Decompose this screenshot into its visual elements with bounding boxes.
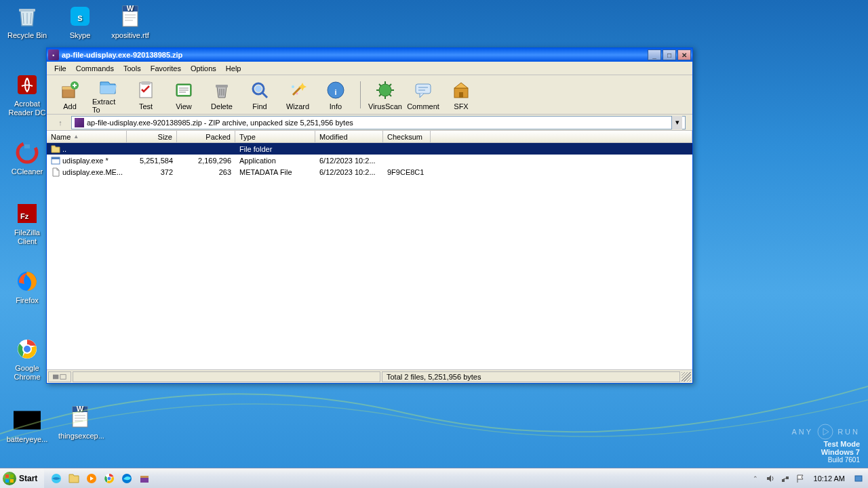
- virusscan-button[interactable]: VirusScan: [369, 77, 401, 113]
- up-button[interactable]: ↑: [54, 116, 67, 129]
- svg-line-54: [379, 94, 381, 96]
- col-packed[interactable]: Packed: [177, 131, 235, 142]
- tray-flag-icon[interactable]: [795, 473, 806, 484]
- path-dropdown[interactable]: ▾: [671, 116, 682, 129]
- app-icon: ▪: [48, 49, 59, 60]
- show-desktop[interactable]: [853, 473, 864, 484]
- test-button[interactable]: Test: [130, 77, 162, 113]
- maximize-button[interactable]: □: [663, 49, 676, 60]
- menu-help[interactable]: Help: [221, 63, 246, 74]
- start-button[interactable]: Start: [0, 468, 44, 489]
- ql-explorer[interactable]: [66, 470, 82, 487]
- file-row-parent[interactable]: .. File folder: [47, 143, 692, 155]
- svg-point-42: [292, 85, 294, 88]
- tray-network-icon[interactable]: [780, 473, 791, 484]
- file-row-metadata[interactable]: udisplay.exe.ME... 372 263 METADATA File…: [47, 166, 692, 178]
- svg-point-43: [296, 92, 298, 94]
- ql-winrar-task[interactable]: [136, 470, 153, 487]
- exe-icon: [51, 156, 60, 165]
- quick-launch: [44, 470, 157, 487]
- desktop-icon-thingsexcep[interactable]: W thingsexcep...: [58, 403, 102, 441]
- delete-button[interactable]: Delete: [205, 77, 238, 113]
- desktop-icon-batteryeye[interactable]: batteryeye...: [5, 407, 49, 444]
- file-row-exe[interactable]: udisplay.exe * 5,251,584 2,169,296 Appli…: [47, 155, 692, 166]
- svg-rect-60: [459, 92, 463, 98]
- info-button[interactable]: iInfo: [319, 77, 352, 113]
- svg-rect-80: [855, 476, 862, 481]
- ql-ie[interactable]: [48, 470, 64, 487]
- col-checksum[interactable]: Checksum: [383, 131, 431, 142]
- desktop-icon-rtf[interactable]: W xpositive.rtf: [108, 3, 152, 40]
- menubar: File Commands Tools Favorites Options He…: [47, 62, 692, 75]
- ql-player[interactable]: [83, 470, 100, 487]
- wizard-icon: [287, 79, 309, 101]
- delete-icon: [211, 79, 233, 101]
- view-button[interactable]: View: [167, 77, 200, 113]
- menu-tools[interactable]: Tools: [119, 63, 146, 74]
- svg-text:W: W: [77, 405, 84, 413]
- info-icon: i: [325, 79, 347, 101]
- col-modified[interactable]: Modified: [315, 131, 383, 142]
- clock[interactable]: 10:12 AM: [810, 474, 849, 483]
- extract-icon: [97, 76, 119, 96]
- svg-rect-17: [14, 411, 41, 429]
- menu-file[interactable]: File: [50, 63, 71, 74]
- resize-grip[interactable]: [682, 372, 691, 382]
- file-rows[interactable]: .. File folder udisplay.exe * 5,251,584 …: [47, 143, 692, 369]
- col-name[interactable]: Name▲: [47, 131, 127, 142]
- svg-line-52: [379, 84, 381, 86]
- minimize-button[interactable]: _: [648, 49, 661, 60]
- desktop-icon-ccleaner[interactable]: CCleaner: [5, 139, 49, 176]
- acrobat-icon: [14, 71, 41, 98]
- cmd-icon: [14, 407, 41, 434]
- word-doc-icon: W: [66, 403, 94, 430]
- taskbar: Start ⌃ 10:12 AM: [0, 468, 868, 488]
- find-button[interactable]: Find: [243, 77, 276, 113]
- view-icon: [173, 79, 195, 101]
- titlebar[interactable]: ▪ ap-file-udisplay.exe-920138985.zip _ □…: [47, 48, 692, 62]
- ql-chrome[interactable]: [101, 470, 117, 487]
- close-button[interactable]: ✕: [677, 49, 691, 60]
- menu-favorites[interactable]: Favorites: [146, 63, 186, 74]
- svg-rect-63: [53, 374, 58, 379]
- tray-expand[interactable]: ⌃: [750, 473, 761, 484]
- menu-options[interactable]: Options: [186, 63, 221, 74]
- svg-rect-28: [141, 81, 151, 85]
- desktop-icon-filezilla[interactable]: Fz FileZilla Client: [5, 200, 49, 246]
- svg-rect-68: [5, 479, 9, 483]
- watermark: ANY RUN Test Mode Windows 7 Build 7601: [792, 424, 860, 464]
- col-size[interactable]: Size: [127, 131, 177, 142]
- ql-edge[interactable]: [119, 470, 135, 487]
- add-button[interactable]: Add: [54, 77, 86, 113]
- path-input[interactable]: ap-file-udisplay.exe-920138985.zip - ZIP…: [71, 116, 686, 129]
- menu-commands[interactable]: Commands: [71, 63, 119, 74]
- desktop-icon-skype[interactable]: S Skype: [58, 3, 102, 40]
- desktop-icon-firefox[interactable]: Firefox: [5, 268, 49, 305]
- window-title: ap-file-udisplay.exe-920138985.zip: [62, 51, 648, 59]
- comment-button[interactable]: Comment: [407, 77, 439, 113]
- svg-rect-34: [216, 85, 228, 87]
- toolbar-separator: [360, 81, 361, 108]
- sfx-button[interactable]: SFX: [445, 77, 477, 113]
- svg-point-65: [818, 424, 833, 439]
- desktop-icon-recycle-bin[interactable]: Recycle Bin: [5, 3, 49, 40]
- add-icon: [59, 79, 81, 101]
- desktop-icon-chrome[interactable]: Google Chrome: [5, 336, 49, 382]
- firefox-icon: [14, 268, 41, 295]
- start-orb-icon: [3, 472, 16, 485]
- tray-sound-icon[interactable]: [765, 473, 776, 484]
- col-type[interactable]: Type: [235, 131, 315, 142]
- wizard-button[interactable]: Wizard: [281, 77, 314, 113]
- svg-rect-0: [19, 9, 35, 12]
- svg-rect-77: [782, 479, 785, 482]
- desktop-icon-acrobat[interactable]: Acrobat Reader DC: [5, 71, 49, 117]
- winrar-window: ▪ ap-file-udisplay.exe-920138985.zip _ □…: [46, 47, 693, 384]
- svg-point-73: [107, 476, 111, 481]
- filezilla-icon: Fz: [14, 200, 41, 227]
- extract-to-button[interactable]: Extract To: [92, 77, 124, 113]
- svg-rect-66: [5, 474, 9, 478]
- sfx-icon: [450, 79, 472, 101]
- status-view-toggle[interactable]: [48, 371, 71, 382]
- file-list: Name▲ Size Packed Type Modified Checksum…: [47, 131, 692, 369]
- svg-line-53: [389, 94, 391, 96]
